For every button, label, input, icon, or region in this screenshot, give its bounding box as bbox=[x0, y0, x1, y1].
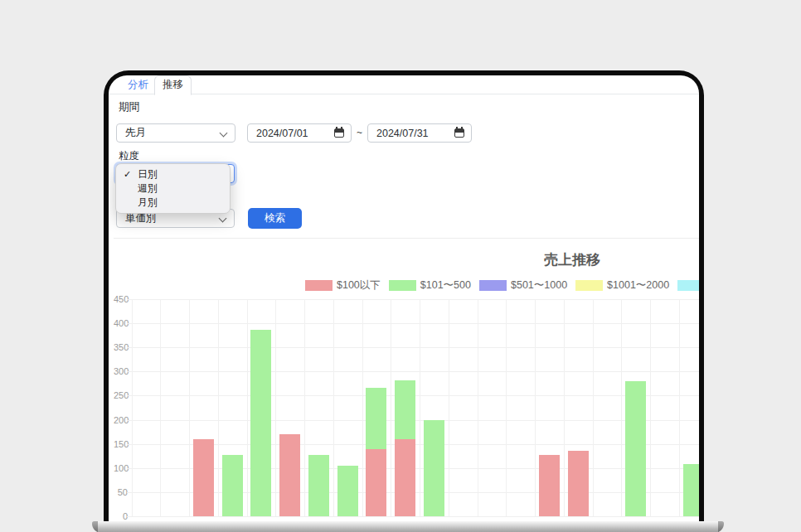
gridline bbox=[127, 516, 700, 517]
legend-item[interactable]: $1001〜2000 bbox=[575, 278, 669, 293]
bar-segment bbox=[308, 455, 329, 516]
gridline bbox=[189, 299, 190, 516]
bar-segment bbox=[683, 464, 699, 516]
calendar-icon bbox=[334, 128, 344, 138]
legend-item[interactable]: $501〜1000 bbox=[479, 278, 567, 293]
gridline bbox=[506, 299, 507, 516]
gridline bbox=[304, 299, 305, 516]
bar-segment bbox=[568, 451, 589, 516]
bar-segment bbox=[539, 455, 560, 516]
laptop-frame: 分析 推移 期間 先月 2024/07/01 ~ 2024/07/31 粒度 ✓… bbox=[104, 70, 704, 532]
bar-segment bbox=[395, 380, 415, 438]
period-preset-select[interactable]: 先月 bbox=[116, 123, 235, 143]
gridline bbox=[391, 299, 391, 516]
bar-segment bbox=[279, 434, 300, 516]
bar-segment bbox=[337, 466, 358, 516]
legend-swatch bbox=[677, 280, 699, 291]
y-tick-label: 100 bbox=[114, 463, 128, 473]
legend-label: $101〜500 bbox=[420, 278, 471, 293]
legend-swatch bbox=[575, 280, 603, 291]
gridline bbox=[275, 299, 276, 516]
chart-title: 売上推移 bbox=[114, 250, 699, 269]
dropdown-option[interactable]: ✓日別 bbox=[116, 167, 230, 181]
bar-segment bbox=[366, 449, 386, 517]
search-button[interactable]: 検索 bbox=[248, 208, 302, 229]
y-tick-label: 250 bbox=[114, 390, 128, 400]
period-preset-value: 先月 bbox=[125, 126, 146, 140]
tab-trend[interactable]: 推移 bbox=[154, 75, 192, 95]
gridline bbox=[564, 299, 565, 516]
bar-segment bbox=[424, 420, 444, 516]
bar-segment bbox=[250, 330, 271, 516]
legend-item[interactable]: $100以下 bbox=[305, 278, 381, 293]
gridline bbox=[593, 299, 594, 516]
bar-segment bbox=[395, 439, 415, 516]
chevron-down-icon bbox=[219, 215, 227, 223]
gridline bbox=[535, 299, 536, 516]
gridline bbox=[621, 299, 622, 516]
dropdown-option[interactable]: 週別 bbox=[116, 181, 230, 196]
tab-bar: 分析 推移 bbox=[109, 75, 699, 94]
section-divider bbox=[114, 238, 699, 239]
legend-swatch bbox=[389, 280, 416, 291]
granularity-label: 粒度 bbox=[119, 149, 139, 163]
chart-canvas: 売上推移 $100以下$101〜500$501〜1000$1001〜2000$2… bbox=[114, 245, 699, 531]
chevron-down-icon bbox=[220, 129, 228, 138]
plot-area bbox=[132, 299, 700, 516]
gridline bbox=[420, 299, 420, 516]
y-tick-label: 350 bbox=[114, 342, 128, 352]
date-from-value: 2024/07/01 bbox=[256, 128, 308, 139]
legend-label: $100以下 bbox=[337, 278, 381, 293]
calendar-icon bbox=[454, 128, 464, 138]
date-from-input[interactable]: 2024/07/01 bbox=[247, 123, 352, 143]
legend-item[interactable]: $101〜500 bbox=[389, 278, 471, 293]
check-icon: ✓ bbox=[124, 167, 131, 181]
gridline bbox=[218, 299, 219, 516]
y-tick-label: 150 bbox=[114, 439, 128, 449]
date-to-input[interactable]: 2024/07/31 bbox=[367, 123, 472, 143]
gridline bbox=[127, 347, 700, 348]
gridline bbox=[449, 299, 449, 516]
period-label: 期間 bbox=[119, 100, 139, 114]
gridline bbox=[478, 299, 478, 516]
legend-swatch bbox=[305, 280, 333, 291]
date-range-separator: ~ bbox=[357, 127, 362, 138]
y-tick-label: 200 bbox=[114, 415, 128, 425]
legend-label: $1001〜2000 bbox=[607, 278, 669, 293]
legend-label: $501〜1000 bbox=[511, 278, 567, 293]
y-tick-label: 400 bbox=[114, 318, 128, 328]
gridline bbox=[247, 299, 248, 516]
bar-segment bbox=[222, 455, 243, 516]
gridline bbox=[333, 299, 334, 516]
legend-item[interactable]: $2 bbox=[677, 280, 699, 292]
chart-legend: $100以下$101〜500$501〜1000$1001〜2000$2 bbox=[305, 278, 699, 293]
gridline bbox=[132, 299, 133, 516]
bar-segment bbox=[366, 388, 386, 449]
legend-swatch bbox=[479, 280, 507, 291]
gridline bbox=[160, 299, 161, 516]
app-screen: 分析 推移 期間 先月 2024/07/01 ~ 2024/07/31 粒度 ✓… bbox=[109, 75, 699, 532]
bar-segment bbox=[193, 439, 214, 516]
granularity-dropdown-menu: ✓日別週別月別 bbox=[115, 163, 231, 214]
y-tick-label: 300 bbox=[114, 366, 128, 376]
gridline bbox=[650, 299, 651, 516]
y-tick-label: 50 bbox=[114, 487, 128, 497]
gridline bbox=[127, 371, 700, 372]
laptop-base bbox=[92, 521, 724, 532]
dropdown-option[interactable]: 月別 bbox=[116, 196, 230, 210]
y-tick-label: 450 bbox=[114, 294, 128, 304]
gridline bbox=[362, 299, 363, 516]
gridline bbox=[679, 299, 680, 516]
bar-segment bbox=[625, 381, 646, 516]
gridline bbox=[127, 323, 700, 324]
date-to-value: 2024/07/31 bbox=[376, 128, 429, 139]
tab-analysis[interactable]: 分析 bbox=[119, 76, 158, 94]
gridline bbox=[127, 299, 700, 300]
y-tick-label: 0 bbox=[114, 511, 128, 521]
